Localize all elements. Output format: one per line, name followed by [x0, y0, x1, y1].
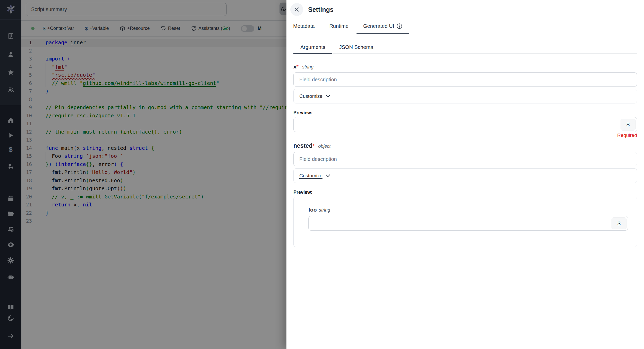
field-type: string	[319, 207, 330, 213]
required-asterisk: *	[296, 64, 299, 70]
close-button[interactable]	[290, 3, 303, 16]
field-x-preview-input[interactable]: $	[293, 117, 637, 132]
tab-generated-ui[interactable]: Generated UI	[357, 19, 409, 34]
field-x-customize-box: Customize	[293, 89, 637, 103]
subtab-arguments[interactable]: Arguments	[293, 41, 332, 54]
modal-backdrop[interactable]	[0, 0, 286, 349]
field-x-preview-label: Preview:	[293, 110, 637, 116]
field-type: string	[302, 64, 313, 70]
required-asterisk: *	[312, 143, 315, 149]
app-window: $	[0, 0, 644, 349]
arguments-form: x* string Customize Preview: $ Required …	[293, 64, 637, 247]
field-type: object	[318, 144, 331, 149]
settings-tabs: Metadata Runtime Generated UI	[286, 19, 644, 34]
field-nested-label: nested* object	[293, 142, 637, 149]
field-nested-preview-box: foo string $	[293, 197, 637, 247]
drawer-title: Settings	[308, 6, 334, 13]
tab-runtime[interactable]: Runtime	[323, 19, 355, 34]
chevron-down-icon	[326, 95, 330, 98]
settings-drawer: Settings Metadata Runtime Generated UI A…	[286, 0, 644, 349]
field-nested-customize-toggle[interactable]: Customize	[299, 173, 330, 179]
field-nested-description-input[interactable]	[293, 152, 637, 166]
field-foo-label: foo string	[308, 207, 628, 213]
field-x-customize-toggle[interactable]: Customize	[299, 93, 330, 99]
field-x-label: x* string	[293, 64, 637, 70]
field-foo-input[interactable]: $	[308, 216, 628, 231]
insert-variable-button[interactable]: $	[612, 217, 626, 229]
insert-variable-button[interactable]: $	[621, 119, 635, 130]
close-icon	[294, 7, 300, 12]
chevron-down-icon	[326, 174, 330, 177]
drawer-header: Settings	[286, 0, 644, 19]
tab-metadata[interactable]: Metadata	[286, 19, 321, 34]
field-nested-customize-box: Customize	[293, 168, 637, 183]
subtab-json-schema[interactable]: JSON Schema	[332, 41, 380, 54]
field-nested-preview-label: Preview:	[293, 190, 637, 195]
field-x-description-input[interactable]	[293, 72, 637, 87]
required-message: Required	[293, 133, 637, 138]
generated-ui-subtabs: Arguments JSON Schema	[293, 41, 637, 54]
info-icon	[396, 23, 403, 29]
